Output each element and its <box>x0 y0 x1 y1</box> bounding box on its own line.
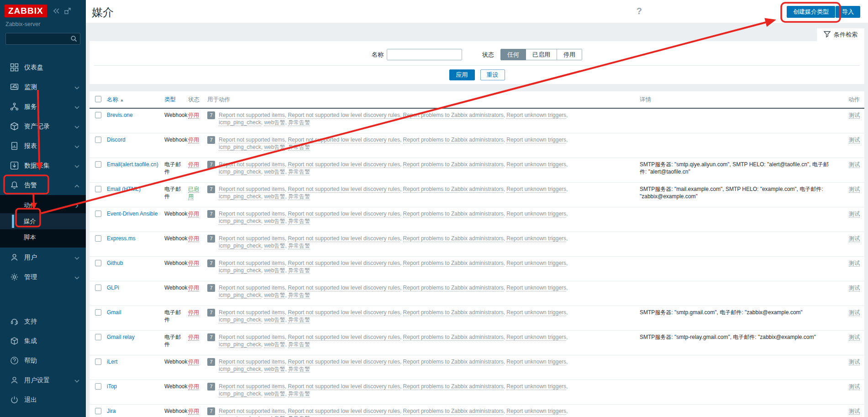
used-in-action-link[interactable]: Report unknown triggers <box>506 161 566 168</box>
sidebar-search-input[interactable] <box>5 33 80 45</box>
media-type-status-link[interactable]: 停用 <box>188 161 199 168</box>
used-in-action-link[interactable]: icmp_ping_check <box>219 366 261 373</box>
used-in-action-link[interactable]: Report problems to Zabbix administrators <box>403 260 504 267</box>
used-in-action-link[interactable]: Report not supported low level discovery… <box>288 235 400 242</box>
test-link[interactable]: 测试 <box>849 235 860 242</box>
row-checkbox[interactable] <box>95 408 101 414</box>
status-option-已启用[interactable]: 已启用 <box>526 49 557 60</box>
sidebar-item-支持[interactable]: 支持 <box>0 311 86 331</box>
sidebar-item-服务[interactable]: 服务 <box>0 97 86 116</box>
media-type-status-link[interactable]: 停用 <box>188 383 199 390</box>
used-in-action-link[interactable]: icmp_ping_check <box>219 119 261 126</box>
used-in-action-link[interactable]: web告警 <box>264 144 285 151</box>
test-link[interactable]: 测试 <box>849 285 860 291</box>
apply-button[interactable]: 应用 <box>449 69 475 80</box>
submenu-item-媒介[interactable]: 媒介 <box>0 213 86 229</box>
test-link[interactable]: 测试 <box>849 334 860 341</box>
used-in-action-link[interactable]: web告警 <box>264 193 285 200</box>
used-in-action-link[interactable]: Report not supported low level discovery… <box>288 309 400 316</box>
media-type-name-link[interactable]: Express.ms <box>107 235 136 242</box>
test-link[interactable]: 测试 <box>849 408 860 415</box>
test-link[interactable]: 测试 <box>849 359 860 365</box>
help-icon[interactable]: ? <box>637 6 642 16</box>
select-all-checkbox[interactable] <box>95 96 101 102</box>
used-in-action-link[interactable]: Report not supported items <box>219 235 285 242</box>
used-in-action-link[interactable]: web告警 <box>264 341 285 348</box>
used-in-action-link[interactable]: Report not supported low level discovery… <box>288 161 400 168</box>
used-in-action-link[interactable]: icmp_ping_check <box>219 193 261 200</box>
used-in-action-link[interactable]: icmp_ping_check <box>219 415 261 417</box>
used-in-action-link[interactable]: Report unknown triggers <box>506 285 566 291</box>
used-in-action-link[interactable]: Report not supported low level discovery… <box>288 359 400 365</box>
used-in-action-link[interactable]: Report not supported low level discovery… <box>288 211 400 217</box>
row-checkbox[interactable] <box>95 235 101 242</box>
used-in-action-link[interactable]: Report not supported items <box>219 211 285 217</box>
status-option-停用[interactable]: 停用 <box>557 49 582 60</box>
used-in-action-link[interactable]: web告警 <box>264 218 285 225</box>
media-type-status-link[interactable]: 停用 <box>188 359 199 365</box>
media-type-name-link[interactable]: Gmail <box>107 309 121 316</box>
used-in-action-link[interactable]: Report not supported low level discovery… <box>288 186 400 193</box>
used-in-action-link[interactable]: 异常告警 <box>288 366 310 373</box>
used-in-action-link[interactable]: Report not supported items <box>219 383 285 390</box>
used-in-action-link[interactable]: web告警 <box>264 391 285 397</box>
media-type-name-link[interactable]: Discord <box>107 137 126 143</box>
sidebar-item-仪表盘[interactable]: 仪表盘 <box>0 58 86 77</box>
used-in-action-link[interactable]: 异常告警 <box>288 119 310 126</box>
used-in-action-link[interactable]: Report problems to Zabbix administrators <box>403 408 504 415</box>
media-type-name-link[interactable]: Email(alert.taofile.cn) <box>107 161 158 168</box>
name-filter-input[interactable] <box>387 49 462 60</box>
used-in-action-link[interactable]: Report unknown triggers <box>506 309 566 316</box>
hide-sidebar-icon[interactable] <box>64 7 71 15</box>
used-in-action-link[interactable]: Report not supported items <box>219 112 285 119</box>
used-in-action-link[interactable]: Report unknown triggers <box>506 408 566 415</box>
used-in-action-link[interactable]: 异常告警 <box>288 144 310 151</box>
used-in-action-link[interactable]: web告警 <box>264 169 285 175</box>
reset-button[interactable]: 重设 <box>480 69 505 80</box>
used-in-action-link[interactable]: Report problems to Zabbix administrators <box>403 112 504 119</box>
test-link[interactable]: 测试 <box>849 186 860 193</box>
test-link[interactable]: 测试 <box>849 383 860 390</box>
media-type-status-link[interactable]: 停用 <box>188 285 199 291</box>
test-link[interactable]: 测试 <box>849 161 860 168</box>
media-type-name-link[interactable]: Gmail relay <box>107 334 135 340</box>
used-in-action-link[interactable]: Report not supported items <box>219 137 285 143</box>
sidebar-item-退出[interactable]: 退出 <box>0 390 86 410</box>
used-in-action-link[interactable]: Report unknown triggers <box>506 186 566 193</box>
media-type-status-link[interactable]: 停用 <box>188 408 199 415</box>
row-checkbox[interactable] <box>95 285 101 291</box>
sidebar-item-报表[interactable]: 报表 <box>0 136 86 156</box>
media-type-name-link[interactable]: iLert <box>107 359 117 365</box>
sidebar-item-用户[interactable]: 用户 <box>0 248 86 267</box>
media-type-name-link[interactable]: iTop <box>107 383 117 390</box>
media-type-status-link[interactable]: 停用 <box>188 211 199 217</box>
status-option-任何[interactable]: 任何 <box>500 49 526 60</box>
used-in-action-link[interactable]: icmp_ping_check <box>219 292 261 299</box>
row-checkbox[interactable] <box>95 112 101 118</box>
test-link[interactable]: 测试 <box>849 211 860 217</box>
test-link[interactable]: 测试 <box>849 260 860 267</box>
used-in-action-link[interactable]: icmp_ping_check <box>219 341 261 348</box>
used-in-action-link[interactable]: Report not supported low level discovery… <box>288 112 400 119</box>
media-type-status-link[interactable]: 停用 <box>188 112 199 119</box>
used-in-action-link[interactable]: 异常告警 <box>288 317 310 323</box>
used-in-action-link[interactable]: 异常告警 <box>288 415 310 417</box>
used-in-action-link[interactable]: 异常告警 <box>288 292 310 299</box>
used-in-action-link[interactable]: 异常告警 <box>288 391 310 397</box>
used-in-action-link[interactable]: 异常告警 <box>288 267 310 274</box>
media-type-name-link[interactable]: Brevis.one <box>107 112 133 118</box>
row-checkbox[interactable] <box>95 309 101 316</box>
row-checkbox[interactable] <box>95 359 101 365</box>
media-type-status-link[interactable]: 停用 <box>188 235 199 242</box>
used-in-action-link[interactable]: Report not supported items <box>219 186 285 193</box>
used-in-action-link[interactable]: icmp_ping_check <box>219 391 261 397</box>
used-in-action-link[interactable]: web告警 <box>264 267 285 274</box>
media-type-status-link[interactable]: 已启用 <box>188 186 199 200</box>
sidebar-item-监测[interactable]: 监测 <box>0 77 86 97</box>
test-link[interactable]: 测试 <box>849 137 860 143</box>
used-in-action-link[interactable]: Report problems to Zabbix administrators <box>403 137 504 143</box>
used-in-action-link[interactable]: Report not supported items <box>219 285 285 291</box>
used-in-action-link[interactable]: web告警 <box>264 119 285 126</box>
used-in-action-link[interactable]: icmp_ping_check <box>219 144 261 151</box>
create-media-type-button[interactable]: 创建媒介类型 <box>787 6 835 18</box>
